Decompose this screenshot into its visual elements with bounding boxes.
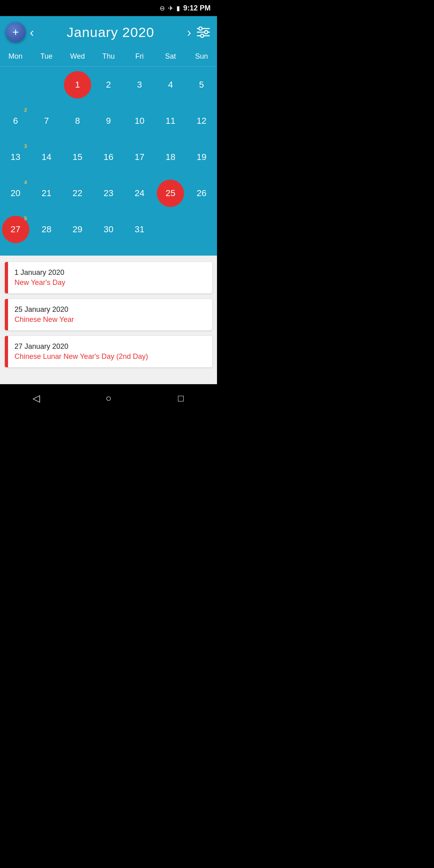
weekday-tue: Tue	[31, 50, 62, 63]
day-cell[interactable]: 8	[62, 103, 93, 139]
week-number: 5	[24, 215, 27, 221]
weekday-sat: Sat	[155, 50, 186, 63]
prev-month-button[interactable]: ‹	[26, 25, 38, 40]
day-cell[interactable]: 18	[155, 139, 186, 175]
event-card[interactable]: 25 January 2020Chinese New Year	[5, 299, 212, 330]
event-card[interactable]: 1 January 2020New Year's Day	[5, 262, 212, 293]
day-cell[interactable]: 21	[31, 175, 62, 211]
nav-bar: ◁ ○ □	[0, 384, 217, 412]
day-cell[interactable]: 12	[186, 103, 217, 139]
day-number: 4	[168, 80, 173, 90]
event-bar	[5, 336, 8, 367]
weekday-sun: Sun	[186, 50, 217, 63]
day-number: 25	[166, 188, 175, 199]
month-title: January 2020	[38, 25, 183, 40]
day-number: 1	[75, 80, 80, 90]
day-cell[interactable]: 28	[31, 211, 62, 248]
day-number: 15	[73, 152, 82, 162]
calendar-grid: 1234562789101112133141516171819204212223…	[0, 67, 217, 256]
battery-icon: ▮	[176, 4, 180, 12]
day-cell[interactable]: 62	[0, 103, 31, 139]
day-cell[interactable]: 4	[155, 67, 186, 103]
filter-icon	[197, 27, 210, 38]
add-icon: +	[12, 27, 19, 38]
day-cell[interactable]: 23	[93, 175, 124, 211]
weekday-wed: Wed	[62, 50, 93, 63]
event-content: 1 January 2020New Year's Day	[8, 262, 72, 293]
weekday-header: Mon Tue Wed Thu Fri Sat Sun	[0, 48, 217, 67]
day-number: 12	[197, 116, 206, 126]
event-bar	[5, 299, 8, 330]
filter-button[interactable]	[195, 24, 211, 40]
event-name: New Year's Day	[14, 278, 66, 287]
svg-point-1	[199, 27, 202, 30]
next-month-button[interactable]: ›	[183, 25, 195, 40]
event-date: 27 January 2020	[14, 342, 148, 351]
event-date: 25 January 2020	[14, 305, 74, 314]
day-number: 18	[166, 152, 175, 162]
airplane-icon: ✈	[168, 4, 173, 12]
day-cell[interactable]	[0, 67, 31, 103]
day-cell[interactable]: 9	[93, 103, 124, 139]
day-cell[interactable]: 10	[124, 103, 155, 139]
add-event-button[interactable]: +	[6, 22, 26, 42]
day-number: 5	[199, 80, 204, 90]
event-content: 25 January 2020Chinese New Year	[8, 299, 80, 330]
event-bar	[5, 262, 8, 293]
day-cell[interactable]: 17	[124, 139, 155, 175]
day-cell[interactable]: 31	[124, 211, 155, 248]
day-cell[interactable]: 3	[124, 67, 155, 103]
day-number: 20	[10, 188, 20, 199]
day-cell[interactable]: 275	[0, 211, 31, 248]
day-number: 11	[166, 116, 175, 126]
recent-button[interactable]: □	[171, 388, 191, 408]
day-number: 19	[197, 152, 206, 162]
day-cell[interactable]: 7	[31, 103, 62, 139]
weekday-mon: Mon	[0, 50, 31, 63]
day-number: 30	[104, 224, 113, 235]
day-cell[interactable]: 25	[155, 175, 186, 211]
day-cell[interactable]: 26	[186, 175, 217, 211]
day-number: 21	[41, 188, 51, 199]
calendar-container: + ‹ January 2020 › Mon Tue Wed Thu Fri S…	[0, 16, 217, 256]
day-cell[interactable]: 14	[31, 139, 62, 175]
week-number: 4	[24, 179, 27, 185]
day-cell[interactable]: 15	[62, 139, 93, 175]
day-number: 14	[41, 152, 51, 162]
day-cell[interactable]: 11	[155, 103, 186, 139]
day-cell[interactable]: 133	[0, 139, 31, 175]
event-card[interactable]: 27 January 2020Chinese Lunar New Year's …	[5, 336, 212, 367]
day-cell[interactable]: 5	[186, 67, 217, 103]
day-cell[interactable]: 1	[62, 67, 93, 103]
day-cell[interactable]: 24	[124, 175, 155, 211]
day-number: 23	[104, 188, 113, 199]
status-bar: ⊖ ✈ ▮ 9:12 PM	[0, 0, 217, 16]
day-cell[interactable]: 22	[62, 175, 93, 211]
svg-point-3	[205, 31, 208, 34]
day-number: 26	[197, 188, 206, 199]
day-cell[interactable]	[31, 67, 62, 103]
day-number: 6	[13, 116, 18, 126]
day-cell[interactable]: 204	[0, 175, 31, 211]
day-number: 8	[75, 116, 80, 126]
day-cell[interactable]: 30	[93, 211, 124, 248]
day-cell[interactable]: 2	[93, 67, 124, 103]
day-cell[interactable]: 29	[62, 211, 93, 248]
day-cell[interactable]: 19	[186, 139, 217, 175]
calendar-header: + ‹ January 2020 ›	[0, 16, 217, 48]
status-time: 9:12 PM	[183, 4, 211, 12]
day-number: 27	[10, 224, 20, 235]
home-button[interactable]: ○	[98, 388, 119, 408]
day-cell[interactable]	[186, 211, 217, 248]
svg-point-5	[201, 34, 204, 37]
back-button[interactable]: ◁	[26, 388, 46, 408]
day-number: 22	[73, 188, 82, 199]
day-number: 16	[104, 152, 113, 162]
week-number: 3	[24, 143, 27, 149]
day-number: 3	[137, 80, 142, 90]
day-cell[interactable]: 16	[93, 139, 124, 175]
minus-circle-icon: ⊖	[160, 4, 165, 12]
day-number: 9	[106, 116, 111, 126]
day-cell[interactable]	[155, 211, 186, 248]
day-number: 10	[135, 116, 144, 126]
